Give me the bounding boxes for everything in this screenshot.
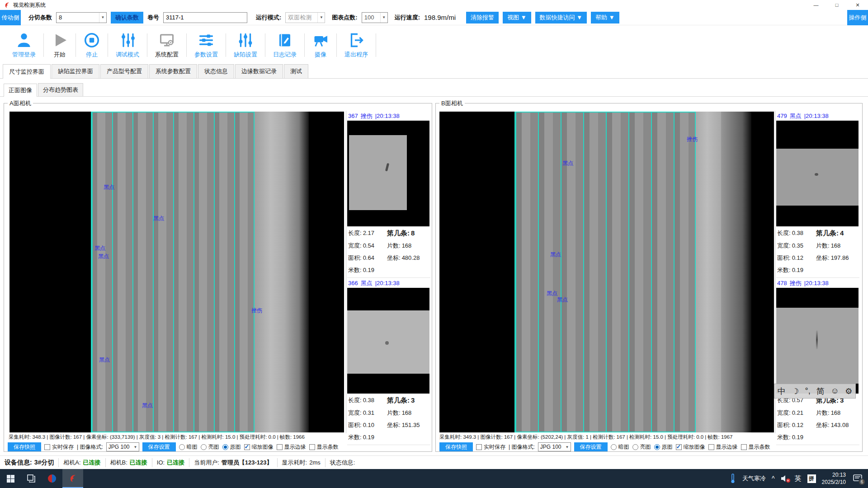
tray-clock[interactable]: 20:13 2025/2/10 [822,471,846,486]
image-format-select[interactable]: JPG 100 ▼ [538,442,571,451]
camera-b-title: B面相机 [439,99,465,108]
chevron-down-icon: ▼ [317,13,325,23]
image-format-select[interactable]: JPG 100 ▼ [106,442,139,451]
pinned-app-button[interactable] [42,469,62,488]
defect-overlay-label: 黑点 [557,296,568,304]
camera-a-group: A面相机 黑点黑点黑点黑点挫伤黑点黑点 367 挫伤 |20:13:38 长度:… [4,103,432,452]
exit-program-button[interactable]: 退出程序 [337,32,376,59]
defect-overlay-label: 黑点 [153,215,164,222]
close-button[interactable]: ✕ [847,0,868,10]
tab-system-param-config[interactable]: 系统参数配置 [149,64,197,78]
defect-area: 0.10 [363,422,374,428]
maximize-button[interactable]: □ [826,0,847,10]
tray-time: 20:13 [832,472,846,478]
bright-image-radio[interactable]: 亮图 [201,443,219,451]
save-settings-button[interactable]: 保存设置 [574,442,608,451]
tab-product-model-config[interactable]: 产品型号配置 [100,64,148,78]
window-title: 视觉检测系统 [13,1,46,9]
ime-chinese-mode[interactable]: 中 [778,386,786,397]
radio-icon [654,444,660,450]
roll-number-input[interactable] [163,12,247,23]
volume-muted-icon[interactable]: ✕ [781,475,789,482]
camera-a-detail-panel: 367 挫伤 |20:13:38 长度:2.17 第几条:8 宽度:0.54 片… [346,111,431,433]
tab-defect-monitor[interactable]: 缺陷监控界面 [52,64,99,78]
run-mode-value: 双面检测 [288,14,311,22]
confirm-count-button[interactable]: 确认条数 [111,12,143,23]
image-format-label: | 图像格式: [77,443,103,451]
camera-a-conn-status: 已连接 [83,459,101,467]
ime-halfwidth-moon-icon[interactable]: ☽ [792,386,799,396]
debug-mode-button[interactable]: 调试模式 [108,32,147,59]
subtab-front-image[interactable]: 正面图像 [4,84,37,97]
zoom-image-checkbox[interactable]: 缩放图像 [676,443,705,451]
dark-image-radio[interactable]: 暗图 [179,443,198,451]
log-record-button[interactable]: 日志记录 [265,32,304,59]
chart-points-select[interactable]: 100 ▼ [362,12,388,23]
zoom-image-checkbox[interactable]: 缩放图像 [244,443,274,451]
defect-type: 黑点 [361,279,373,287]
camera-a-stats: 采集耗时: 348.3 | 图像计数: 167 | 像素坐标: (333,713… [9,434,342,441]
tab-test[interactable]: 测试 [284,64,308,78]
camera-b-conn-status: 已连接 [130,459,147,467]
parameter-settings-button[interactable]: 参数设置 [187,32,226,59]
original-image-radio[interactable]: 原图 [222,443,241,451]
checkbox-icon [44,444,50,450]
ime-emoji-icon[interactable]: ☺ [830,386,839,396]
operator-side-tag[interactable]: 操作侧 [847,10,868,25]
save-snapshot-button[interactable]: 保存快照 [8,442,41,451]
ime-punctuation-icon[interactable]: °, [805,386,811,396]
realtime-save-checkbox[interactable]: 实时保存 [44,443,74,451]
camera-record-button[interactable]: 摄像 [305,32,336,59]
show-strips-checkbox[interactable]: 显示条数 [309,443,339,451]
stop-button[interactable]: 停止 [76,32,108,59]
view-menu-button[interactable]: 视图 ▼ [503,12,531,23]
start-menu-button[interactable] [0,469,21,488]
run-mode-select[interactable]: 双面检测 ▼ [285,12,325,23]
defect-area: 0.12 [792,422,803,428]
save-snapshot-button[interactable]: 保存快照 [439,442,473,451]
ime-simplified-mode[interactable]: 简 [816,386,825,397]
tab-status-info[interactable]: 状态信息 [198,64,234,78]
ime-mode-indicator[interactable]: 拼 [807,474,816,483]
ime-settings-icon[interactable]: ⚙ [845,386,852,396]
notification-center-button[interactable]: 6 [852,473,863,484]
drive-side-tag[interactable]: 传动侧 [0,10,21,25]
subtab-trend-chart[interactable]: 分布趋势图表 [38,83,83,96]
defect-card[interactable]: 367 挫伤 |20:13:38 长度:2.17 第几条:8 宽度:0.54 片… [347,111,430,278]
start-button[interactable]: 开始 [44,32,75,59]
help-menu-button[interactable]: 帮助 ▼ [591,12,619,23]
checkbox-icon [708,444,714,450]
vision-app-button[interactable] [62,469,83,488]
defect-card[interactable]: 479 黑点 |20:13:38 长度:0.38 第几条:4 宽度:0.35 片… [776,111,859,278]
defect-card[interactable]: 478 挫伤 |20:13:38 长度:0.57 第几条:3 宽度:0.21 片… [776,278,859,445]
current-user-label: 当前用户: [194,459,219,467]
tab-edge-data-record[interactable]: 边缘数据记录 [235,64,283,78]
admin-login-button[interactable]: 管理登录 [5,32,43,59]
defect-width: 0.31 [363,409,374,416]
system-config-button[interactable]: 系统配置 [147,32,186,59]
data-quick-access-button[interactable]: 数据快捷访问 ▼ [535,12,587,23]
tray-expand-icon[interactable]: ^ [772,475,775,482]
realtime-save-checkbox[interactable]: 实时保存 [476,443,505,451]
slit-count-select[interactable]: 8 ▼ [56,12,107,23]
minimize-button[interactable]: — [806,0,826,10]
ime-language-bar[interactable]: 中☽°,简☺⚙ [774,384,856,399]
clear-alarm-button[interactable]: 清除报警 [466,12,499,23]
task-view-button[interactable] [21,469,42,488]
show-strips-checkbox[interactable]: 显示条数 [741,443,770,451]
tab-size-monitor[interactable]: 尺寸监控界面 [3,64,51,79]
defect-card[interactable]: 366 黑点 |20:13:38 长度:0.38 第几条:3 宽度:0.31 片… [347,278,430,445]
save-settings-button[interactable]: 保存设置 [142,442,176,451]
weather-text[interactable]: 天气寒冷 [742,474,766,483]
dark-image-radio[interactable]: 暗图 [611,443,629,451]
sliders-vertical-icon [237,32,254,48]
camera-b-controls: 保存快照 实时保存 | 图像格式: JPG 100 ▼ 保存设置 暗图 亮图 原… [439,442,770,452]
original-image-radio[interactable]: 原图 [654,443,673,451]
bright-image-radio[interactable]: 亮图 [632,443,651,451]
defect-type: 挫伤 [361,112,373,120]
language-indicator[interactable]: 英 [795,474,802,483]
defect-width: 0.54 [363,242,374,249]
defect-settings-button[interactable]: 缺陷设置 [226,32,265,59]
show-edges-checkbox[interactable]: 显示边缘 [277,443,306,451]
show-edges-checkbox[interactable]: 显示边缘 [708,443,738,451]
